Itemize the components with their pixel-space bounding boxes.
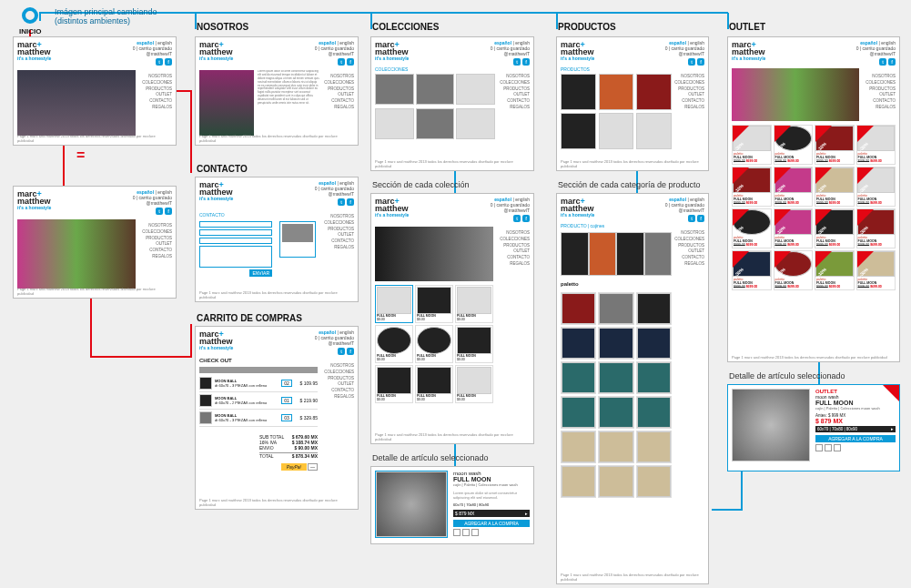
productos-label: PRODUCTOS — [558, 22, 616, 32]
category-hero — [561, 232, 672, 276]
detalle-col-label: Detalle de artículo seleccionado — [372, 453, 489, 462]
checkout-title: CHECK OUT — [199, 358, 232, 363]
card-home-1[interactable]: marc+matthew it's a homestyle español | … — [13, 36, 177, 146]
contacto-label: CONTACTO — [197, 164, 248, 174]
input-mensaje[interactable] — [199, 246, 272, 268]
send-button[interactable]: ENVIAR — [249, 269, 272, 277]
paletto-label: paletto — [561, 281, 579, 287]
detail-image — [732, 389, 810, 461]
hero-image — [17, 219, 136, 289]
side-menu[interactable]: NOSOTROSCOLECCIONESPRODUCTOSOUTLETCONTAC… — [142, 223, 172, 260]
inicio-label: INICIO — [19, 27, 41, 35]
seccion-col-label: Sección de cada colección — [372, 180, 470, 189]
collection-products: FULL MOON$0.00 FULL MOON$0.00 FULL MOON$… — [375, 285, 493, 403]
detail-info: moon wash FULL MOON cojín | Paletto | Co… — [453, 471, 530, 536]
cart-row: MOON BALLdt 60x70 - 3 PIEZAS con relleno… — [199, 375, 318, 392]
contact-map-box — [279, 221, 316, 258]
detail-image — [375, 471, 448, 538]
collection-hero — [375, 227, 493, 281]
detail-info: OUTLET moon wash FULL MOON cojín | Palet… — [815, 389, 896, 451]
prod-header: PRODUCTOS — [561, 66, 590, 72]
collections-grid — [375, 74, 495, 141]
paletto-grid — [561, 292, 672, 498]
colecciones-label: COLECCIONES — [372, 22, 439, 32]
card-nosotros[interactable]: marc+matthew it's a homestyle español | … — [195, 36, 359, 146]
nosotros-label: NOSOTROS — [197, 22, 248, 32]
card-carrito[interactable]: marc+matthew it's a homestyle español | … — [195, 326, 359, 510]
card-colecciones[interactable]: marc+matthew it's a homestyle español | … — [370, 36, 534, 171]
side-menu[interactable]: NOSOTROSCOLECCIONESPRODUCTOSOUTLETCONTAC… — [142, 74, 172, 111]
products-grid — [561, 74, 672, 149]
carrito-label: CARRITO DE COMPRAS — [197, 313, 302, 323]
card-home-2[interactable]: marc+matthew it's a homestyle español | … — [13, 186, 177, 299]
cart-row: MOON BALLdt 60x70 - 2 PIEZAS con relleno… — [199, 392, 318, 410]
coll-header: COLECCIONES — [375, 66, 408, 72]
input-tel[interactable] — [199, 238, 272, 244]
outlet-label: OUTLET — [729, 22, 765, 32]
header-right: español | english0 | carrito guardado@ma… — [133, 189, 172, 215]
facebook-icon: f — [165, 58, 172, 66]
hero-image — [17, 70, 136, 136]
card-seccion-categoria[interactable]: marc+matthew it's a homestyle español | … — [556, 193, 709, 584]
inicio-ring-icon — [22, 7, 38, 24]
nosotros-image — [199, 70, 254, 136]
twitter-icon: t — [156, 58, 163, 66]
seccion-cat-label: Sección de cada categoría de producto — [558, 180, 701, 189]
paypal-button[interactable]: PayPal — [281, 463, 307, 471]
add-to-cart-button[interactable]: AGREGAR A LA COMPRA — [815, 435, 896, 442]
cart-totals: SUB TOTAL$ 679.60 MX 16% IVA$ 108.74 MX … — [259, 434, 318, 470]
inicio-note: Imágen principal cambiando (distintos am… — [55, 7, 157, 25]
detalle-out-label: Detalle de artículo seleccionado — [729, 371, 845, 380]
equals-icon: = — [76, 147, 85, 164]
nosotros-text: Lorem ipsum dolor sit amet consectetur a… — [258, 70, 319, 136]
page-footer: Page 1 marc and matthew 2013 todos los d… — [17, 134, 172, 143]
contact-form[interactable]: ENVIAR — [199, 221, 272, 277]
social-icons[interactable]: tf — [133, 58, 172, 66]
cart-row: MOON BALLdt 60x70 - 3 PIEZAS con relleno… — [199, 410, 318, 427]
input-nombre[interactable] — [199, 221, 272, 228]
contacto-title: CONTACTO — [199, 212, 225, 218]
header-right: español | english 0 | carrito guardado @… — [133, 40, 172, 66]
add-to-cart-button[interactable]: AGREGAR A LA COMPRA — [453, 520, 530, 527]
card-detalle-outlet[interactable]: -30% OUTLET moon wash FULL MOON cojín | … — [727, 384, 900, 471]
cart-table: MOON BALLdt 60x70 - 3 PIEZAS con relleno… — [199, 367, 318, 427]
card-productos[interactable]: marc+matthew it's a homestyle español | … — [556, 36, 709, 171]
card-outlet[interactable]: marc+matthew it's a homestyle español | … — [727, 36, 900, 362]
card-contacto[interactable]: marc+matthew it's a homestyle español | … — [195, 177, 359, 302]
card-seccion-coleccion[interactable]: marc+matthew it's a homestyle español | … — [370, 193, 534, 444]
outlet-grid: -30%palettoFULL MOON$999.00 $699.00 -15%… — [732, 125, 896, 290]
card-detalle-coleccion[interactable]: moon wash FULL MOON cojín | Paletto | Co… — [370, 466, 534, 544]
outlet-hero — [732, 68, 859, 121]
input-email[interactable] — [199, 229, 272, 236]
